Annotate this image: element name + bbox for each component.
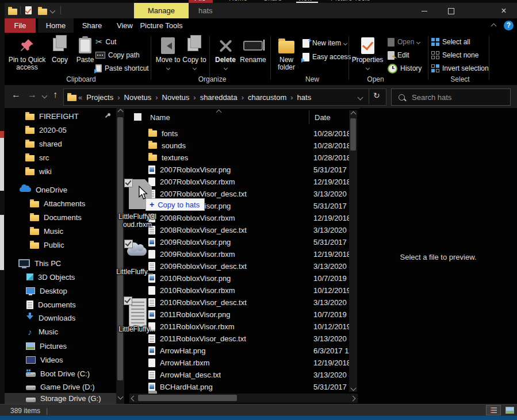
scroll-down-icon[interactable] bbox=[116, 393, 124, 400]
file-row[interactable]: ArrowHat.rbxm12/19/2018 bbox=[129, 357, 349, 369]
sidebar-item-2020-05[interactable]: 2020-05 bbox=[5, 123, 117, 137]
back-button[interactable]: ← bbox=[12, 90, 21, 100]
select-all-button[interactable]: Select all bbox=[431, 36, 470, 48]
select-all-checkbox[interactable] bbox=[134, 113, 141, 121]
paste-shortcut-button[interactable]: Paste shortcut bbox=[95, 63, 149, 74]
manage-context-tab[interactable]: Manage bbox=[134, 3, 189, 18]
file-row[interactable]: 2010RobloxVisor.rbxm10/12/2019 bbox=[129, 284, 349, 296]
minimize-button[interactable] bbox=[411, 3, 438, 18]
sidebar-item-desktop[interactable]: Desktop bbox=[5, 284, 117, 298]
sidebar-item-3d-objects[interactable]: 3D Objects bbox=[5, 270, 117, 284]
breadcrumb-hats[interactable]: hats bbox=[295, 93, 314, 102]
file-list-scrollbar[interactable] bbox=[349, 110, 357, 392]
edit-button[interactable]: Edit bbox=[388, 49, 409, 61]
recent-locations-dropdown-icon[interactable] bbox=[42, 93, 48, 99]
properties-button[interactable]: Properties bbox=[351, 34, 384, 71]
address-bar[interactable]: « Projects › Novetus › Novetus › sharedd… bbox=[63, 88, 386, 106]
paste-button[interactable]: Paste bbox=[72, 34, 98, 64]
copy-to-button[interactable]: Copy to bbox=[182, 34, 207, 71]
sidebar-item-game-drive[interactable]: Game Drive (D:) bbox=[5, 380, 117, 394]
new-folder-button[interactable]: New folder bbox=[273, 34, 300, 71]
sidebar-item-wiki[interactable]: wiki bbox=[5, 164, 117, 178]
file-row[interactable]: 2008RobloxVisor_desc.txt3/13/2020 8 bbox=[129, 224, 349, 236]
scroll-right-icon[interactable] bbox=[350, 396, 356, 402]
cut-button[interactable]: ✂ Cut bbox=[95, 36, 116, 48]
breadcrumb-shareddata[interactable]: shareddata bbox=[198, 93, 240, 102]
sidebar-item-public[interactable]: Public bbox=[5, 238, 117, 252]
history-button[interactable]: History bbox=[388, 63, 422, 74]
file-row[interactable]: ArrowHat.png6/3/2017 11 bbox=[129, 345, 349, 357]
search-input[interactable] bbox=[411, 93, 499, 102]
scroll-down-icon[interactable] bbox=[349, 384, 357, 392]
open-button[interactable]: Open bbox=[388, 36, 420, 48]
sidebar-item-videos[interactable]: Videos bbox=[5, 353, 117, 367]
sidebar-item-boot-drive[interactable]: Boot Drive (C:) bbox=[5, 367, 117, 380]
sidebar-item-attachments[interactable]: Attachments bbox=[5, 196, 117, 210]
breadcrumb-projects[interactable]: Projects bbox=[84, 93, 116, 102]
file-row[interactable]: 2011RobloxVisor.rbxm10/12/2019 bbox=[129, 321, 349, 333]
file-row[interactable]: 2010RobloxVisor.png10/7/2019 3 bbox=[129, 272, 349, 284]
close-button[interactable]: × bbox=[491, 3, 517, 18]
sidebar-item-downloads[interactable]: Downloads bbox=[5, 311, 117, 325]
column-divider[interactable] bbox=[309, 110, 309, 124]
file-row[interactable]: 2009RobloxVisor_desc.txt3/13/2020 8 bbox=[129, 260, 349, 272]
sidebar-item-pictures[interactable]: Pictures bbox=[5, 339, 117, 353]
quick-access-properties-icon[interactable] bbox=[25, 6, 32, 14]
address-dropdown-icon[interactable] bbox=[358, 95, 363, 101]
sidebar-item-documents[interactable]: Documents bbox=[5, 298, 117, 311]
file-list-scrollbar-thumb[interactable] bbox=[350, 118, 356, 151]
sidebar-item-shared[interactable]: shared bbox=[5, 137, 117, 151]
forward-button[interactable]: → bbox=[28, 90, 37, 100]
file-row[interactable]: 2010RobloxVisor_desc.txt3/13/2020 8 bbox=[129, 296, 349, 309]
scroll-up-icon[interactable] bbox=[349, 110, 357, 118]
column-header-name[interactable]: Name bbox=[150, 113, 170, 122]
file-row[interactable]: 2007RobloxVisor.rbxm12/19/2018 bbox=[129, 176, 349, 188]
details-view-button[interactable] bbox=[487, 406, 500, 415]
file-row[interactable]: ArrowHat_desc.txt3/13/2020 8 bbox=[129, 369, 349, 381]
scroll-up-icon[interactable] bbox=[116, 108, 124, 115]
file-row[interactable]: 2008RobloxVisor.rbxm12/19/2018 bbox=[129, 212, 349, 224]
thumbnail-view-button[interactable] bbox=[503, 406, 516, 415]
delete-button[interactable]: Delete bbox=[213, 34, 238, 71]
tab-home[interactable]: Home bbox=[38, 18, 74, 33]
copy-button[interactable]: Copy bbox=[48, 34, 71, 64]
sidebar-item-firefight[interactable]: FIREFIGHT bbox=[5, 109, 117, 123]
rename-button[interactable]: Rename bbox=[238, 34, 268, 64]
horizontal-scrollbar-thumb[interactable] bbox=[138, 395, 237, 401]
breadcrumb-charcustom[interactable]: charcustom bbox=[246, 93, 289, 102]
column-header-date[interactable]: Date bbox=[315, 113, 330, 122]
file-row[interactable]: 2011RobloxVisor.png10/7/2019 3 bbox=[129, 309, 349, 321]
file-row[interactable]: textures10/28/2018 bbox=[129, 152, 349, 164]
file-row[interactable]: 2009RobloxVisor.png5/31/2017 7 bbox=[129, 236, 349, 248]
select-none-button[interactable]: Select none bbox=[431, 49, 478, 61]
address-overflow-glyph[interactable]: « bbox=[76, 93, 84, 102]
tab-picture-tools[interactable]: Picture Tools bbox=[134, 18, 189, 33]
sidebar-scrollbar[interactable] bbox=[116, 108, 124, 404]
search-box[interactable] bbox=[391, 88, 511, 106]
new-item-button[interactable]: + New item bbox=[302, 37, 347, 49]
sidebar-item-storage-drive[interactable]: Storage Drive (G:) bbox=[5, 393, 117, 404]
help-button[interactable]: ? bbox=[504, 21, 514, 30]
pin-to-quick-access-button[interactable]: Pin to Quick access bbox=[7, 34, 47, 71]
file-row[interactable]: 2009RobloxVisor.rbxm12/19/2018 bbox=[129, 248, 349, 260]
maximize-button[interactable] bbox=[438, 3, 464, 18]
sidebar-item-src[interactable]: src bbox=[5, 151, 117, 164]
file-row[interactable]: 2011RobloxVisor_desc.txt3/13/2020 8 bbox=[129, 333, 349, 345]
up-button[interactable]: ↑ bbox=[53, 90, 58, 100]
tab-file[interactable]: File bbox=[5, 18, 36, 33]
copy-path-button[interactable]: Copy path bbox=[95, 49, 140, 61]
file-row[interactable]: BCHardHat.png5/31/2017 7 bbox=[129, 381, 349, 393]
quick-access-dropdown-icon[interactable] bbox=[50, 8, 56, 14]
scroll-left-icon[interactable] bbox=[131, 396, 137, 402]
sidebar-item-onedrive[interactable]: OneDrive bbox=[5, 183, 117, 196]
collapse-ribbon-button[interactable] bbox=[488, 22, 499, 30]
sidebar-item-this-pc[interactable]: This PC bbox=[5, 256, 117, 270]
tab-share[interactable]: Share bbox=[74, 18, 110, 33]
move-to-button[interactable]: Move to bbox=[155, 34, 181, 71]
horizontal-scrollbar[interactable] bbox=[129, 394, 358, 403]
sidebar-item-onedrive-documents[interactable]: Documents bbox=[5, 210, 117, 224]
breadcrumb-novetus-1[interactable]: Novetus bbox=[122, 93, 154, 102]
quick-access-new-folder-icon[interactable] bbox=[38, 9, 47, 15]
sidebar-item-onedrive-music[interactable]: Music bbox=[5, 224, 117, 238]
file-row[interactable]: fonts10/28/2018 bbox=[129, 128, 349, 140]
